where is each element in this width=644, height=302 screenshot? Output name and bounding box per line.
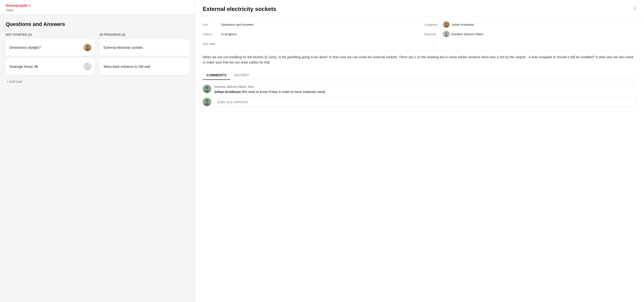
add-task-button[interactable]: + Add task	[6, 77, 23, 86]
assignee-avatar	[443, 21, 450, 28]
detail-header: External electricity sockets ×	[195, 0, 644, 17]
close-button[interactable]: ×	[633, 6, 636, 11]
main-content: Questions and Answers NOT STARTED (2) Di…	[0, 15, 195, 302]
comment-text: Johan Arvidsson We need to know Friday i…	[214, 90, 636, 94]
reporter-avatar	[443, 31, 450, 37]
meta-assignee-row: Assignee: Johan Arvidsson	[424, 21, 637, 28]
meta-due-date-label: Due date:	[203, 42, 219, 46]
svg-point-12	[206, 99, 208, 102]
tabs-bar: COMMENTS HISTORY	[203, 71, 636, 80]
svg-point-5	[445, 25, 448, 27]
task-card-external-electricity[interactable]: External electricity sockets	[100, 39, 189, 56]
comment-row: Karolina Jackson-Ward, Now ··· Johan Arv…	[203, 85, 636, 94]
comments-section: Karolina Jackson-Ward, Now ··· Johan Arv…	[203, 85, 636, 107]
avatar-placeholder	[84, 63, 91, 70]
project-title[interactable]: Demoprojekt ▾	[6, 3, 189, 7]
left-panel: Demoprojekt ▾ Tasks Questions and Answer…	[0, 0, 195, 302]
column-header-not-started: NOT STARTED (2)	[6, 33, 95, 36]
svg-point-9	[206, 86, 208, 89]
meta-status-row: Status: In progress	[203, 31, 415, 37]
meta-reporter-label: Reporter:	[424, 32, 441, 36]
task-title: External electricity sockets	[104, 46, 143, 50]
current-user-avatar	[203, 98, 211, 106]
svg-point-13	[204, 103, 209, 106]
task-title: Drainage house 3B	[10, 65, 38, 69]
comment-body: Karolina Jackson-Ward, Now ··· Johan Arv…	[214, 85, 636, 94]
meta-grid: List: Questions and Answers Assignee: Jo…	[203, 21, 636, 37]
svg-point-4	[445, 23, 447, 25]
svg-point-0	[86, 46, 88, 48]
column-not-started: NOT STARTED (2) Dimensions skylight? Dra…	[6, 33, 95, 86]
meta-assignee-label: Assignee:	[424, 23, 441, 26]
detail-panel: External electricity sockets × List: Que…	[195, 0, 644, 302]
task-card-drainage-house[interactable]: Drainage house 3B	[6, 58, 95, 75]
task-title: Move back entrance to SW wall	[104, 65, 150, 69]
task-description: When we are out installing for the kitch…	[203, 50, 636, 65]
svg-point-2	[86, 65, 88, 67]
task-title: Dimensions skylight?	[10, 46, 41, 50]
page-title: Questions and Answers	[6, 21, 189, 27]
comment-input-row	[203, 98, 636, 107]
meta-list-value: Questions and Answers	[221, 23, 254, 26]
avatar	[84, 44, 91, 51]
task-card-move-back-entrance[interactable]: Move back entrance to SW wall	[100, 58, 189, 75]
comment-more-button[interactable]: ···	[632, 85, 636, 89]
svg-point-7	[445, 35, 448, 36]
chevron-down-icon: ▾	[29, 4, 30, 7]
svg-point-10	[204, 90, 209, 93]
top-bar: Demoprojekt ▾ Tasks	[0, 0, 195, 15]
columns-wrapper: NOT STARTED (2) Dimensions skylight? Dra…	[6, 33, 189, 86]
comment-text-body: We need to know Friday in order to have …	[241, 90, 325, 94]
svg-point-6	[445, 32, 447, 34]
column-header-in-progress: IN PROGRESS (2)	[100, 33, 189, 36]
column-in-progress: IN PROGRESS (2) External electricity soc…	[100, 33, 189, 86]
meta-assignee-name: Johan Arvidsson	[452, 23, 474, 26]
detail-title: External electricity sockets	[203, 6, 628, 12]
meta-reporter-row: Reporter: Karolina Jackson-Ward	[424, 31, 637, 37]
comment-author: Karolina Jackson-Ward, Now	[214, 85, 254, 89]
tab-history[interactable]: HISTORY	[230, 71, 253, 80]
meta-status-value: In progress	[221, 32, 237, 36]
meta-list-row: List: Questions and Answers	[203, 21, 415, 28]
detail-body: List: Questions and Answers Assignee: Jo…	[195, 17, 644, 302]
svg-point-3	[86, 68, 89, 70]
comment-bold-author: Johan Arvidsson	[214, 90, 241, 94]
comment-avatar	[203, 85, 211, 93]
meta-list-label: List:	[203, 23, 219, 26]
comment-input[interactable]	[214, 98, 636, 107]
meta-status-label: Status:	[203, 32, 219, 36]
comment-author-line: Karolina Jackson-Ward, Now ···	[214, 85, 636, 89]
meta-reporter-name: Karolina Jackson-Ward	[452, 32, 483, 36]
breadcrumb: Tasks	[6, 8, 189, 14]
svg-point-1	[86, 49, 89, 50]
project-title-text: Demoprojekt	[6, 3, 28, 7]
task-card-dimensions-skylight[interactable]: Dimensions skylight?	[6, 39, 95, 56]
tab-comments[interactable]: COMMENTS	[203, 71, 230, 80]
meta-due-date-row: Due date:	[203, 42, 636, 46]
